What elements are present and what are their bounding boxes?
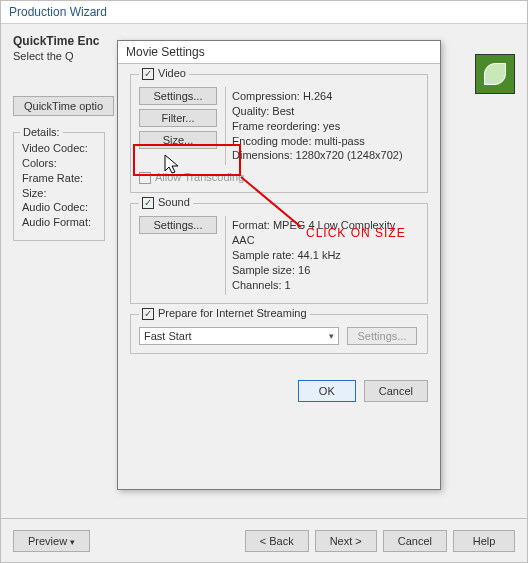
video-legend: ✓Video [139,67,189,80]
allow-transcoding-checkbox [139,172,151,184]
allow-transcoding-row: Allow Transcoding [139,171,419,184]
streaming-legend-text: Prepare for Internet Streaming [158,307,307,319]
sound-legend-text: Sound [158,196,190,208]
detail-video-codec: Video Codec: [22,141,96,156]
movie-settings-dialog: Movie Settings ✓Video Settings... Filter… [117,40,441,490]
sound-info-rate: Sample rate: 44.1 kHz [232,248,413,263]
window-title: Production Wizard [1,1,527,24]
camtasia-logo [475,54,515,94]
dialog-buttons: OK Cancel [118,374,440,412]
camtasia-logo-icon [484,63,506,85]
sound-info-channels: Channels: 1 [232,278,413,293]
streaming-settings-button: Settings... [347,327,417,345]
ok-button[interactable]: OK [298,380,356,402]
detail-colors: Colors: [22,156,96,171]
video-legend-text: Video [158,67,186,79]
streaming-select-value: Fast Start [144,330,192,342]
sound-legend: ✓Sound [139,196,193,209]
production-wizard-window: Production Wizard QuickTime Enc Select t… [0,0,528,563]
wizard-body: QuickTime Enc Select the Q QuickTime opt… [1,24,527,517]
allow-transcoding-label: Allow Transcoding [155,171,244,183]
sound-checkbox[interactable]: ✓ [142,197,154,209]
video-filter-button[interactable]: Filter... [139,109,217,127]
preview-button[interactable]: Preview [13,530,90,552]
detail-size: Size: [22,186,96,201]
next-button[interactable]: Next > [315,530,377,552]
help-button[interactable]: Help [453,530,515,552]
video-info-quality: Quality: Best [232,104,413,119]
video-info-dimensions: Dimensions: 1280x720 (1248x702) [232,148,413,163]
quicktime-options-button[interactable]: QuickTime optio [13,96,114,116]
video-settings-button[interactable]: Settings... [139,87,217,105]
video-info-encoding: Encoding mode: multi-pass [232,134,413,149]
detail-audio-codec: Audio Codec: [22,200,96,215]
details-legend: Details: [20,125,63,140]
video-info: Compression: H.264 Quality: Best Frame r… [225,87,419,165]
streaming-select[interactable]: Fast Start [139,327,339,345]
sound-info-format: Format: MPEG 4 Low Complexity AAC [232,218,413,248]
video-info-reorder: Frame reordering: yes [232,119,413,134]
back-button[interactable]: < Back [245,530,309,552]
streaming-group: ✓Prepare for Internet Streaming Fast Sta… [130,314,428,354]
dialog-title: Movie Settings [118,41,440,64]
streaming-legend: ✓Prepare for Internet Streaming [139,307,310,320]
sound-info-size: Sample size: 16 [232,263,413,278]
sound-group: ✓Sound Settings... Format: MPEG 4 Low Co… [130,203,428,303]
video-checkbox[interactable]: ✓ [142,68,154,80]
detail-audio-format: Audio Format: [22,215,96,230]
video-info-compression: Compression: H.264 [232,89,413,104]
video-group: ✓Video Settings... Filter... Size... Com… [130,74,428,193]
sound-info: Format: MPEG 4 Low Complexity AAC Sample… [225,216,419,294]
detail-frame-rate: Frame Rate: [22,171,96,186]
sound-settings-button[interactable]: Settings... [139,216,217,234]
dialog-cancel-button[interactable]: Cancel [364,380,428,402]
dialog-body: ✓Video Settings... Filter... Size... Com… [118,64,440,374]
wizard-bottom-bar: Preview < Back Next > Cancel Help [1,518,527,562]
details-group: Details: Video Codec: Colors: Frame Rate… [13,132,105,241]
cancel-button[interactable]: Cancel [383,530,447,552]
video-size-button[interactable]: Size... [139,131,217,149]
streaming-checkbox[interactable]: ✓ [142,308,154,320]
